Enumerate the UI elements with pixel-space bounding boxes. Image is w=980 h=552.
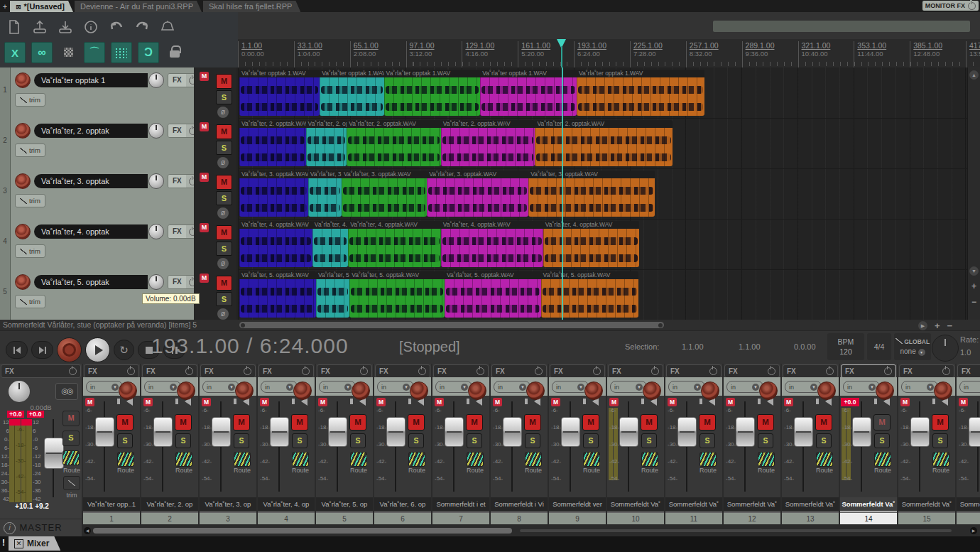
ruler-tick[interactable]: 193.1.00 6:24.00 <box>574 41 606 68</box>
media-item[interactable]: Va˚rla˚ter, 3. opptak.WAV <box>239 171 308 217</box>
solo-button[interactable]: S <box>117 433 133 448</box>
record-arm-button[interactable] <box>934 381 952 400</box>
volume-fader[interactable] <box>969 401 980 492</box>
mixer-channel-strip[interactable]: FX in▼ M -6--18--30--42--54- M S Route V… <box>374 364 431 524</box>
record-arm-button[interactable] <box>526 381 545 400</box>
trim-envelope-button[interactable]: trim <box>15 295 45 308</box>
phase-button[interactable]: ø <box>217 207 229 219</box>
route-button[interactable] <box>641 452 659 468</box>
media-item[interactable]: Va˚rla˚ter, 4. opptak.WAV <box>239 221 312 267</box>
track-lane[interactable]: Va˚rla˚ter, 5. opptak.WAV Va˚rla˚ter, 5.… <box>238 269 968 320</box>
mute-button[interactable]: M <box>757 414 774 431</box>
solo-button[interactable]: S <box>525 433 540 448</box>
route-button[interactable] <box>175 452 193 468</box>
zoom-out-horizontal-button[interactable]: − <box>947 320 953 331</box>
volume-fader[interactable] <box>386 401 406 492</box>
solo-button[interactable]: S <box>216 292 232 306</box>
input-select-button[interactable]: in▼ <box>319 381 356 393</box>
channel-fx-button[interactable]: FX <box>724 364 780 378</box>
record-arm-button[interactable] <box>235 381 254 400</box>
mixer-channel-strip[interactable]: FX in▼ M -6--18--30--42--54- M S Route S… <box>491 364 548 524</box>
repeat-button[interactable]: ↻ <box>114 340 134 360</box>
selection-start[interactable]: 1.1.00 <box>682 342 704 351</box>
route-button[interactable] <box>873 452 892 468</box>
media-item[interactable]: Va˚rla˚ter, 4. opptak.WAV <box>348 221 441 267</box>
mixer-channel-strip[interactable]: FX in▼ M -6--18--30--42--54- M S Route V… <box>316 364 373 524</box>
media-item[interactable]: Va˚rla˚ter opptak 1.WAV <box>384 70 481 116</box>
playrate-knob[interactable] <box>932 335 959 362</box>
media-item[interactable]: Va˚rla˚ter, 2. opptak.WAV <box>306 120 347 166</box>
route-button[interactable] <box>466 452 484 468</box>
input-select-button[interactable]: in▼ <box>144 381 181 393</box>
media-item[interactable]: Va˚rla˚ter, 2. opptak.WAV <box>535 120 672 166</box>
scroll-right-icon[interactable]: ▶ <box>970 527 977 534</box>
input-select-button[interactable]: in▼ <box>901 381 938 393</box>
volume-fader[interactable] <box>95 401 115 492</box>
channel-fx-button[interactable]: FX <box>375 364 430 378</box>
ruler-tick[interactable]: 129.1.00 4:16.00 <box>462 41 494 68</box>
mute-button[interactable]: M <box>216 74 232 89</box>
input-select-button[interactable]: in▼ <box>726 381 763 393</box>
channel-name[interactable]: Sommerfeldt i Vi <box>491 497 548 511</box>
mixer-channel-strip[interactable]: FX in▼ M -6--18--30--42--54- M S Route S… <box>957 364 980 524</box>
route-button[interactable] <box>582 452 601 468</box>
record-arm-button[interactable] <box>15 224 31 239</box>
record-arm-button[interactable] <box>293 381 312 400</box>
route-button[interactable] <box>815 452 834 468</box>
tab-devienne[interactable]: Devienne - Air du Fat puni3.RPP <box>75 1 202 12</box>
channel-number[interactable]: 2 <box>141 512 198 524</box>
track-number[interactable]: 3 <box>0 168 11 219</box>
mixer-scrollbar[interactable]: ◀ ▶ <box>83 525 980 536</box>
ruler-tick[interactable]: 417.1.00 13:52.00 <box>966 41 980 68</box>
solo-button[interactable]: S <box>216 191 232 205</box>
mixer-channel-strip[interactable]: FX in▼ M -6--18--30--42--54- M S Route S… <box>549 364 606 524</box>
mute-button[interactable]: M <box>216 175 232 190</box>
input-select-button[interactable]: in▼ <box>843 381 880 393</box>
route-button[interactable] <box>291 452 310 468</box>
record-arm-button[interactable] <box>15 123 31 139</box>
phase-button[interactable]: ø <box>217 308 229 320</box>
record-arm-button[interactable] <box>643 381 661 400</box>
phase-button[interactable]: ø <box>217 157 229 168</box>
channel-name[interactable]: Sommerfeldt i et <box>432 497 489 511</box>
track-pan-knob[interactable] <box>148 72 164 88</box>
mixer-channel-strip[interactable]: FX in▼ M -6--18--30--42--54- M S Route S… <box>898 364 955 524</box>
horizontal-scrollbar[interactable] <box>239 322 664 328</box>
mute-button[interactable]: M <box>116 414 134 431</box>
trim-envelope-button[interactable]: trim <box>15 244 45 258</box>
channel-number[interactable]: 3 <box>200 512 256 524</box>
scroll-up-icon[interactable]: ▲ <box>969 70 979 80</box>
channel-fx-button[interactable]: FX <box>142 364 197 378</box>
ruler-tick[interactable]: 65.1.00 2:08.00 <box>350 41 379 68</box>
input-select-button[interactable]: in▼ <box>494 381 530 393</box>
channel-name[interactable]: Va˚rla˚ter, 5. op <box>316 497 373 511</box>
channel-name[interactable]: Sommerfeldt Va˚ <box>724 497 780 511</box>
route-button[interactable] <box>699 452 717 468</box>
solo-button[interactable]: S <box>234 433 249 448</box>
channel-fx-button[interactable]: FX <box>200 364 256 378</box>
solo-button[interactable]: S <box>216 90 232 104</box>
mixer-channel-strip[interactable]: FX in▼ M -6--18--30--42--54- M S Route S… <box>607 364 664 524</box>
mute-button[interactable]: M <box>216 225 232 240</box>
redo-icon[interactable] <box>132 18 152 36</box>
record-arm-button[interactable] <box>15 173 31 189</box>
solo-button[interactable]: S <box>641 433 657 448</box>
record-arm-button[interactable] <box>15 274 31 290</box>
volume-fader[interactable] <box>910 401 930 492</box>
channel-number[interactable]: 6 <box>374 512 431 524</box>
add-project-tab-button[interactable]: + <box>0 1 10 12</box>
media-item[interactable]: Va˚rla˚ter, 3. opptak.WAV <box>427 171 528 217</box>
channel-fx-button[interactable]: FX <box>608 364 663 378</box>
monitor-fx-button[interactable]: MONITOR FX <box>922 1 979 11</box>
solo-button[interactable]: S <box>699 433 715 448</box>
mute-button[interactable]: M <box>349 414 366 431</box>
ruler-tick[interactable]: 1.1.00 0:00.00 <box>238 41 264 68</box>
channel-name[interactable]: Va˚rla˚ter, 4. op <box>258 497 315 511</box>
zoom-in-vertical-button[interactable]: + <box>969 281 979 291</box>
mixer-channel-strip[interactable]: FX in▼ M -6--18--30--42--54- M S Route V… <box>83 364 140 524</box>
channel-number[interactable]: 13 <box>782 512 839 524</box>
route-button[interactable] <box>524 452 543 468</box>
master-clip-indicators[interactable]: +0.0 +0.0 <box>7 411 57 418</box>
volume-fader[interactable] <box>736 401 756 492</box>
project-info-icon[interactable] <box>81 18 101 36</box>
